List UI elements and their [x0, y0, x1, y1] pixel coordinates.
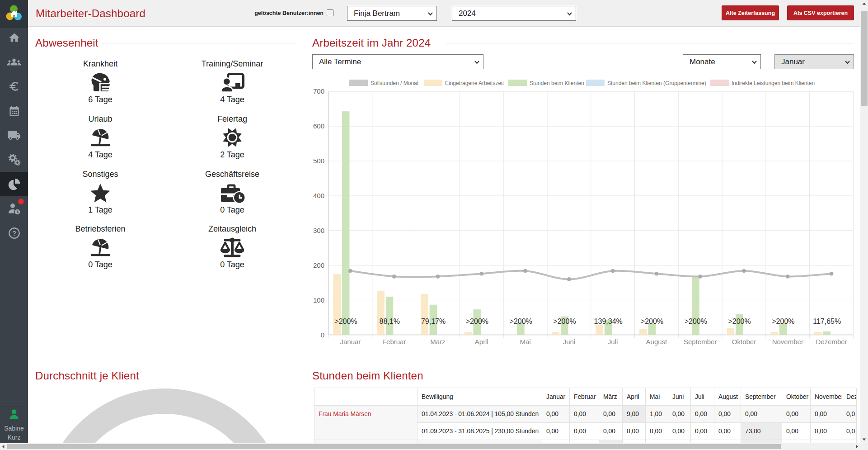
svg-text:>200%: >200% — [728, 317, 751, 325]
svg-text:139,34%: 139,34% — [594, 317, 623, 325]
svg-text:300: 300 — [313, 227, 324, 234]
svg-text:>200%: >200% — [510, 317, 532, 325]
svg-text:117,65%: 117,65% — [813, 317, 841, 325]
svg-text:>200%: >200% — [553, 317, 576, 325]
svg-text:100: 100 — [313, 296, 324, 304]
svg-text:>200%: >200% — [641, 317, 663, 325]
svg-text:April: April — [475, 338, 488, 346]
svg-text:Juli: Juli — [608, 338, 618, 346]
svg-text:0: 0 — [321, 331, 324, 339]
svg-text:600: 600 — [313, 122, 324, 130]
svg-text:März: März — [430, 338, 445, 346]
svg-text:Januar: Januar — [340, 338, 361, 346]
svg-text:88,1%: 88,1% — [380, 317, 400, 325]
svg-text:700: 700 — [313, 88, 324, 95]
svg-text:November: November — [772, 338, 803, 346]
svg-text:>200%: >200% — [334, 317, 357, 325]
svg-text:Dezember: Dezember — [816, 338, 847, 346]
svg-text:>200%: >200% — [772, 317, 794, 325]
svg-text:Mai: Mai — [520, 338, 531, 346]
svg-text:>200%: >200% — [685, 317, 707, 325]
svg-text:79,17%: 79,17% — [421, 317, 446, 325]
svg-text:Juni: Juni — [563, 338, 576, 346]
svg-text:?: ? — [12, 229, 16, 237]
svg-text:August: August — [646, 338, 668, 346]
svg-text:200: 200 — [313, 261, 324, 269]
svg-text:September: September — [684, 338, 717, 346]
svg-text:Februar: Februar — [382, 338, 406, 346]
svg-text:500: 500 — [313, 157, 324, 165]
svg-text:400: 400 — [313, 192, 324, 199]
svg-text:Oktober: Oktober — [732, 338, 756, 346]
svg-text:>200%: >200% — [466, 317, 488, 325]
